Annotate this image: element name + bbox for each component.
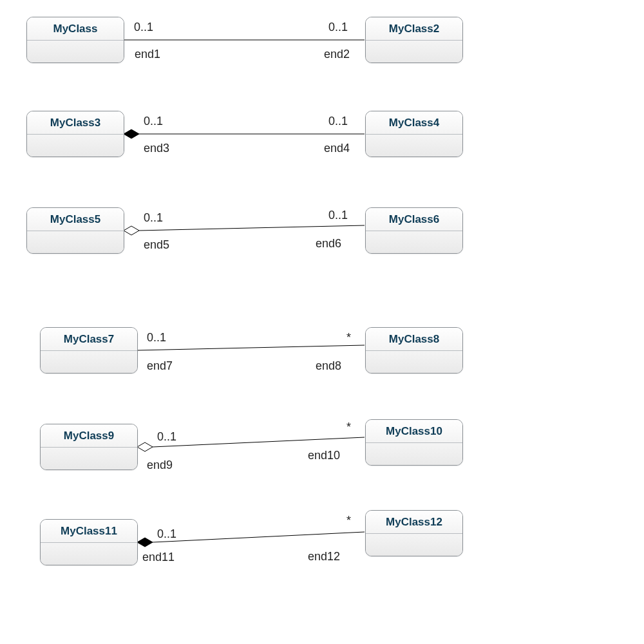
class-title: MyClass2 bbox=[366, 17, 462, 41]
class-title: MyClass8 bbox=[366, 328, 462, 351]
role-right: end10 bbox=[308, 449, 340, 462]
multiplicity-right: 0..1 bbox=[328, 115, 348, 128]
connector-segment bbox=[139, 225, 365, 231]
multiplicity-right: * bbox=[346, 421, 351, 434]
filled-diamond-icon bbox=[124, 129, 139, 138]
multiplicity-right: 0..1 bbox=[328, 21, 348, 34]
class-body bbox=[366, 135, 462, 156]
role-left: end3 bbox=[144, 142, 169, 155]
role-left: end11 bbox=[142, 551, 175, 564]
open-diamond-icon bbox=[137, 442, 153, 451]
class-body bbox=[366, 534, 462, 556]
role-left: end5 bbox=[144, 238, 169, 252]
multiplicity-left: 0..1 bbox=[147, 331, 166, 345]
class-title: MyClass3 bbox=[27, 111, 124, 135]
role-right: end12 bbox=[308, 550, 340, 564]
class-title: MyClass bbox=[27, 17, 124, 41]
class-box-myclass2[interactable]: MyClass2 bbox=[365, 17, 463, 63]
class-body bbox=[366, 41, 462, 62]
class-title: MyClass9 bbox=[41, 424, 137, 448]
class-box-myclass[interactable]: MyClass bbox=[26, 17, 124, 63]
class-body bbox=[27, 231, 124, 253]
class-title: MyClass10 bbox=[366, 420, 462, 443]
class-title: MyClass11 bbox=[41, 520, 137, 543]
multiplicity-right: * bbox=[346, 331, 351, 345]
class-box-myclass10[interactable]: MyClass10 bbox=[365, 419, 463, 466]
class-box-myclass11[interactable]: MyClass11 bbox=[40, 519, 138, 565]
connector-segment bbox=[137, 345, 365, 350]
class-body bbox=[41, 543, 137, 565]
class-box-myclass7[interactable]: MyClass7 bbox=[40, 327, 138, 374]
role-right: end8 bbox=[316, 359, 341, 373]
multiplicity-left: 0..1 bbox=[134, 21, 153, 34]
class-body bbox=[27, 135, 124, 156]
class-body bbox=[366, 443, 462, 465]
multiplicity-left: 0..1 bbox=[144, 211, 163, 225]
class-box-myclass3[interactable]: MyClass3 bbox=[26, 111, 124, 157]
class-box-myclass5[interactable]: MyClass5 bbox=[26, 207, 124, 254]
class-body bbox=[41, 448, 137, 469]
connector-segment bbox=[153, 532, 365, 542]
class-title: MyClass7 bbox=[41, 328, 137, 351]
multiplicity-left: 0..1 bbox=[157, 527, 176, 541]
role-left: end7 bbox=[147, 359, 173, 373]
class-body bbox=[27, 41, 124, 62]
class-body bbox=[366, 351, 462, 373]
class-box-myclass8[interactable]: MyClass8 bbox=[365, 327, 463, 374]
class-title: MyClass5 bbox=[27, 208, 124, 231]
class-title: MyClass6 bbox=[366, 208, 462, 231]
filled-diamond-icon bbox=[137, 538, 153, 547]
open-diamond-icon bbox=[124, 226, 139, 235]
role-left: end9 bbox=[147, 459, 173, 472]
class-box-myclass12[interactable]: MyClass12 bbox=[365, 510, 463, 556]
class-body bbox=[366, 231, 462, 253]
role-left: end1 bbox=[135, 48, 160, 61]
role-right: end4 bbox=[324, 142, 350, 155]
connector-segment bbox=[153, 437, 365, 447]
class-box-myclass4[interactable]: MyClass4 bbox=[365, 111, 463, 157]
role-right: end2 bbox=[324, 48, 350, 61]
class-box-myclass6[interactable]: MyClass6 bbox=[365, 207, 463, 254]
multiplicity-left: 0..1 bbox=[144, 115, 163, 128]
role-right: end6 bbox=[316, 237, 341, 251]
multiplicity-right: 0..1 bbox=[328, 209, 348, 222]
class-body bbox=[41, 351, 137, 373]
class-title: MyClass12 bbox=[366, 511, 462, 534]
class-title: MyClass4 bbox=[366, 111, 462, 135]
class-box-myclass9[interactable]: MyClass9 bbox=[40, 424, 138, 470]
multiplicity-right: * bbox=[346, 514, 351, 527]
multiplicity-left: 0..1 bbox=[157, 430, 176, 444]
